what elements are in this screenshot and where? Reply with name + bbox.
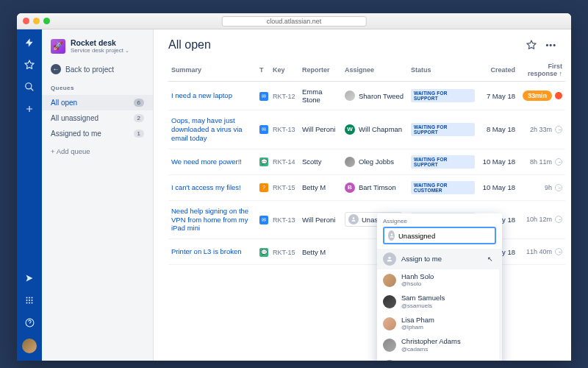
option-avatar [383, 360, 396, 361]
assign-to-me-label: Assign to me [401, 255, 442, 263]
project-sidebar: 🚀 Rocket desk Service desk project ⌄ ← B… [42, 29, 154, 361]
col-reporter[interactable]: Reporter [299, 59, 342, 82]
issue-summary-link[interactable]: Printer on L3 is broken [171, 247, 254, 256]
issue-type-icon: ? [259, 183, 268, 192]
option-avatar [383, 317, 396, 330]
lightning-icon[interactable] [24, 37, 35, 49]
unassigned-avatar-icon [388, 230, 395, 241]
assignee-option[interactable]: Christopher Adams@cadams [377, 334, 499, 355]
back-to-project-link[interactable]: ← Back to project [42, 61, 153, 82]
queue-count-badge: 6 [134, 99, 144, 107]
close-window-button[interactable] [23, 18, 29, 24]
assignee-option[interactable]: Sam Samuels@ssamuels [377, 291, 499, 312]
col-first-response[interactable]: First response ↑ [518, 59, 565, 82]
option-name: Hanh Solo [401, 273, 434, 280]
assignee-dropdown: Assignee Assign to me ↖ Hanh Solo@hsoloS… [377, 213, 502, 361]
assignee-option[interactable]: Natalie Fennec@nfennec [377, 356, 499, 361]
col-created[interactable]: Created [478, 59, 518, 82]
table-row[interactable]: I need a new laptop ✉ RKT-12 Emma Stone … [168, 82, 565, 110]
minimize-window-button[interactable] [33, 18, 40, 24]
issue-key[interactable]: RKT-14 [273, 158, 295, 166]
svg-point-5 [29, 300, 30, 301]
help-icon[interactable] [24, 316, 35, 328]
col-summary[interactable]: Summary [168, 59, 257, 82]
svg-point-12 [390, 233, 392, 236]
col-type[interactable]: T [257, 59, 270, 82]
feedback-icon[interactable] [24, 272, 35, 284]
global-nav-rail [17, 29, 42, 361]
reporter-name: Emma Stone [299, 82, 342, 110]
svg-point-6 [32, 300, 33, 301]
assignee-avatar: W [345, 124, 355, 135]
issue-summary-link[interactable]: I can't access my files! [171, 183, 254, 192]
project-icon: 🚀 [51, 39, 65, 54]
issue-key[interactable]: RKT-12 [273, 93, 295, 100]
assignee-name: Oleg Jobbs [359, 158, 394, 166]
response-time: 2h 33m [530, 126, 552, 133]
queues-header: Queues [42, 82, 153, 95]
assignee-cell[interactable]: Oleg Jobbs [345, 157, 405, 167]
reporter-name: Will Peroni [299, 200, 342, 239]
created-date: 10 May 18 [478, 174, 518, 200]
star-page-button[interactable] [526, 40, 537, 50]
assignee-option[interactable]: Hanh Solo@hsolo [377, 269, 499, 291]
profile-avatar[interactable] [22, 339, 37, 353]
option-avatar [383, 339, 396, 352]
option-handle: @lpham [401, 324, 434, 330]
issue-key[interactable]: RKT-15 [273, 184, 295, 191]
project-subtitle: Service desk project ⌄ [71, 47, 129, 54]
response-time: 8h 11m [530, 158, 552, 166]
queue-label: All unassigned [51, 114, 98, 122]
cursor-icon: ↖ [487, 255, 493, 263]
address-bar[interactable]: cloud.atlassian.net [222, 16, 367, 26]
queue-item[interactable]: All open6 [42, 95, 153, 110]
issue-key[interactable]: RKT-13 [273, 216, 295, 224]
issue-summary-link[interactable]: I need a new laptop [171, 91, 254, 100]
queue-item[interactable]: All unassigned2 [42, 110, 153, 126]
queue-count-badge: 2 [134, 114, 144, 122]
table-row[interactable]: Printer on L3 is broken 💬 RKT-15 Betty M… [168, 239, 565, 265]
issue-summary-link[interactable]: Need help signing on the VPN from home f… [171, 207, 254, 233]
back-label: Back to project [65, 66, 114, 74]
reporter-name: Will Peroni [299, 110, 342, 149]
col-status[interactable]: Status [408, 59, 478, 82]
plus-icon[interactable] [24, 103, 35, 115]
option-avatar [383, 295, 396, 308]
issue-key[interactable]: RKT-13 [273, 126, 295, 133]
col-assignee[interactable]: Assignee [342, 59, 408, 82]
status-badge: WAITING FOR SUPPORT [411, 155, 475, 169]
response-time-warning: 33min [523, 91, 552, 101]
more-actions-button[interactable]: ••• [545, 40, 556, 49]
reporter-name: Scotty [299, 149, 342, 174]
col-key[interactable]: Key [270, 59, 299, 82]
browser-window: cloud.atlassian.net 🚀 Rocket desk Servic… [17, 13, 571, 361]
apps-icon[interactable] [24, 294, 35, 306]
table-row[interactable]: I can't access my files! ? RKT-15 Betty … [168, 174, 565, 200]
assign-to-me-option[interactable]: Assign to me ↖ [377, 249, 499, 269]
assignee-cell[interactable]: WWill Chapman [345, 124, 405, 135]
assignee-search-input[interactable] [383, 227, 496, 244]
assignee-cell[interactable]: BBart Timson [345, 183, 405, 193]
queue-item[interactable]: Assigned to me1 [42, 126, 153, 141]
option-handle: @ssamuels [401, 302, 445, 309]
table-row[interactable]: We need more power!! 💬 RKT-14 Scotty Ole… [168, 149, 565, 174]
star-icon[interactable] [24, 59, 35, 71]
assignee-cell[interactable]: Sharon Tweed [345, 91, 405, 101]
assignee-option[interactable]: Lisa Pham@lpham [377, 313, 499, 334]
table-row[interactable]: Oops, may have just downloaded a virus v… [168, 110, 565, 149]
issue-summary-link[interactable]: Oops, may have just downloaded a virus v… [171, 116, 254, 143]
sla-breach-icon [555, 92, 562, 99]
created-date: 7 May 18 [478, 82, 518, 110]
assignee-input-field[interactable] [398, 232, 491, 240]
unassigned-avatar-icon [348, 214, 359, 224]
svg-point-9 [32, 302, 33, 304]
search-icon[interactable] [24, 81, 35, 93]
project-header[interactable]: 🚀 Rocket desk Service desk project ⌄ [42, 38, 153, 61]
maximize-window-button[interactable] [43, 18, 50, 24]
svg-point-13 [388, 257, 390, 259]
add-queue-button[interactable]: + Add queue [42, 141, 153, 161]
issue-key[interactable]: RKT-15 [273, 249, 295, 256]
issue-summary-link[interactable]: We need more power!! [171, 158, 254, 166]
table-row[interactable]: Need help signing on the VPN from home f… [168, 200, 565, 239]
reporter-name: Betty M [299, 239, 342, 265]
